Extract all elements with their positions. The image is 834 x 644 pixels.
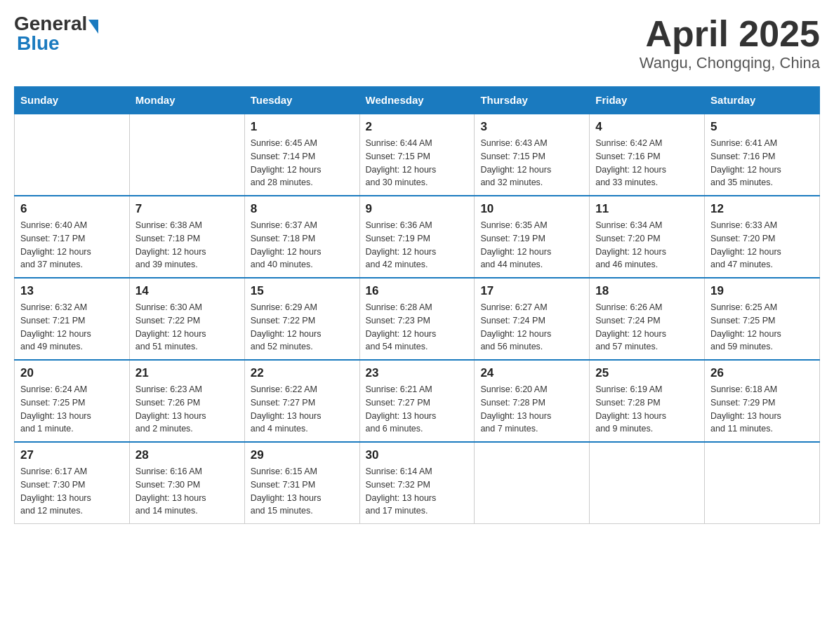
- day-info: Sunrise: 6:34 AMSunset: 7:20 PMDaylight:…: [595, 219, 699, 271]
- calendar-cell: [15, 114, 130, 196]
- day-info: Sunrise: 6:28 AMSunset: 7:23 PMDaylight:…: [366, 301, 469, 354]
- day-info: Sunrise: 6:44 AMSunset: 7:15 PMDaylight:…: [366, 137, 469, 189]
- header-monday: Monday: [129, 87, 244, 114]
- day-info: Sunrise: 6:24 AMSunset: 7:25 PMDaylight:…: [20, 383, 124, 436]
- title-block: April 2025 Wangu, Chongqing, China: [640, 14, 820, 72]
- day-number: 5: [710, 120, 814, 134]
- calendar-cell: [129, 114, 244, 196]
- calendar-cell: 15Sunrise: 6:29 AMSunset: 7:22 PMDayligh…: [244, 278, 359, 360]
- day-info: Sunrise: 6:32 AMSunset: 7:21 PMDaylight:…: [20, 301, 124, 354]
- calendar-cell: [705, 442, 820, 524]
- calendar-cell: 2Sunrise: 6:44 AMSunset: 7:15 PMDaylight…: [359, 114, 475, 196]
- day-number: 12: [710, 202, 814, 216]
- day-info: Sunrise: 6:40 AMSunset: 7:17 PMDaylight:…: [20, 219, 124, 271]
- day-number: 19: [710, 284, 814, 298]
- week-row-5: 27Sunrise: 6:17 AMSunset: 7:30 PMDayligh…: [15, 442, 820, 524]
- day-number: 23: [366, 366, 469, 380]
- day-info: Sunrise: 6:33 AMSunset: 7:20 PMDaylight:…: [710, 219, 814, 271]
- calendar-cell: 30Sunrise: 6:14 AMSunset: 7:32 PMDayligh…: [359, 442, 475, 524]
- header-sunday: Sunday: [15, 87, 130, 114]
- calendar-cell: [590, 442, 705, 524]
- day-number: 28: [135, 448, 239, 462]
- calendar-header: SundayMondayTuesdayWednesdayThursdayFrid…: [15, 87, 820, 114]
- calendar-cell: 6Sunrise: 6:40 AMSunset: 7:17 PMDaylight…: [15, 196, 130, 278]
- day-info: Sunrise: 6:25 AMSunset: 7:25 PMDaylight:…: [710, 301, 814, 354]
- calendar-cell: 25Sunrise: 6:19 AMSunset: 7:28 PMDayligh…: [590, 360, 705, 442]
- calendar-cell: [475, 442, 590, 524]
- day-number: 3: [480, 120, 583, 134]
- day-info: Sunrise: 6:19 AMSunset: 7:28 PMDaylight:…: [595, 383, 699, 436]
- header-tuesday: Tuesday: [244, 87, 359, 114]
- calendar-cell: 11Sunrise: 6:34 AMSunset: 7:20 PMDayligh…: [590, 196, 705, 278]
- day-number: 24: [480, 366, 583, 380]
- week-row-4: 20Sunrise: 6:24 AMSunset: 7:25 PMDayligh…: [15, 360, 820, 442]
- day-info: Sunrise: 6:26 AMSunset: 7:24 PMDaylight:…: [595, 301, 699, 354]
- day-number: 11: [595, 202, 699, 216]
- calendar-cell: 23Sunrise: 6:21 AMSunset: 7:27 PMDayligh…: [359, 360, 475, 442]
- calendar-cell: 16Sunrise: 6:28 AMSunset: 7:23 PMDayligh…: [359, 278, 475, 360]
- day-number: 30: [366, 448, 469, 462]
- calendar-cell: 21Sunrise: 6:23 AMSunset: 7:26 PMDayligh…: [129, 360, 244, 442]
- calendar-cell: 5Sunrise: 6:41 AMSunset: 7:16 PMDaylight…: [705, 114, 820, 196]
- logo-text-blue: Blue: [17, 32, 60, 54]
- day-number: 6: [20, 202, 124, 216]
- logo-text-general: General: [14, 14, 87, 34]
- calendar-cell: 27Sunrise: 6:17 AMSunset: 7:30 PMDayligh…: [15, 442, 130, 524]
- day-number: 18: [595, 284, 699, 298]
- calendar-cell: 28Sunrise: 6:16 AMSunset: 7:30 PMDayligh…: [129, 442, 244, 524]
- calendar-cell: 29Sunrise: 6:15 AMSunset: 7:31 PMDayligh…: [244, 442, 359, 524]
- day-info: Sunrise: 6:20 AMSunset: 7:28 PMDaylight:…: [480, 383, 583, 436]
- day-number: 26: [710, 366, 814, 380]
- day-info: Sunrise: 6:37 AMSunset: 7:18 PMDaylight:…: [251, 219, 354, 271]
- calendar-cell: 14Sunrise: 6:30 AMSunset: 7:22 PMDayligh…: [129, 278, 244, 360]
- day-info: Sunrise: 6:38 AMSunset: 7:18 PMDaylight:…: [135, 219, 239, 271]
- header-friday: Friday: [590, 87, 705, 114]
- day-number: 15: [251, 284, 354, 298]
- day-number: 7: [135, 202, 239, 216]
- header-row: SundayMondayTuesdayWednesdayThursdayFrid…: [15, 87, 820, 114]
- day-number: 16: [366, 284, 469, 298]
- calendar-cell: 12Sunrise: 6:33 AMSunset: 7:20 PMDayligh…: [705, 196, 820, 278]
- day-info: Sunrise: 6:16 AMSunset: 7:30 PMDaylight:…: [135, 465, 239, 518]
- day-info: Sunrise: 6:21 AMSunset: 7:27 PMDaylight:…: [366, 383, 469, 436]
- header-saturday: Saturday: [705, 87, 820, 114]
- calendar-cell: 17Sunrise: 6:27 AMSunset: 7:24 PMDayligh…: [475, 278, 590, 360]
- calendar-cell: 4Sunrise: 6:42 AMSunset: 7:16 PMDaylight…: [590, 114, 705, 196]
- calendar-body: 1Sunrise: 6:45 AMSunset: 7:14 PMDaylight…: [15, 114, 820, 524]
- calendar-cell: 9Sunrise: 6:36 AMSunset: 7:19 PMDaylight…: [359, 196, 475, 278]
- day-number: 27: [20, 448, 124, 462]
- day-number: 22: [251, 366, 354, 380]
- day-number: 13: [20, 284, 124, 298]
- header-thursday: Thursday: [475, 87, 590, 114]
- logo: General Blue: [14, 14, 98, 53]
- calendar-cell: 8Sunrise: 6:37 AMSunset: 7:18 PMDaylight…: [244, 196, 359, 278]
- calendar-cell: 18Sunrise: 6:26 AMSunset: 7:24 PMDayligh…: [590, 278, 705, 360]
- day-info: Sunrise: 6:35 AMSunset: 7:19 PMDaylight:…: [480, 219, 583, 271]
- day-info: Sunrise: 6:18 AMSunset: 7:29 PMDaylight:…: [710, 383, 814, 436]
- calendar-title: April 2025: [640, 14, 820, 54]
- day-number: 4: [595, 120, 699, 134]
- day-number: 25: [595, 366, 699, 380]
- calendar-table: SundayMondayTuesdayWednesdayThursdayFrid…: [14, 86, 820, 524]
- day-info: Sunrise: 6:17 AMSunset: 7:30 PMDaylight:…: [20, 465, 124, 518]
- calendar-cell: 10Sunrise: 6:35 AMSunset: 7:19 PMDayligh…: [475, 196, 590, 278]
- week-row-3: 13Sunrise: 6:32 AMSunset: 7:21 PMDayligh…: [15, 278, 820, 360]
- week-row-2: 6Sunrise: 6:40 AMSunset: 7:17 PMDaylight…: [15, 196, 820, 278]
- logo-triangle-icon: [88, 20, 98, 34]
- day-info: Sunrise: 6:43 AMSunset: 7:15 PMDaylight:…: [480, 137, 583, 189]
- calendar-cell: 7Sunrise: 6:38 AMSunset: 7:18 PMDaylight…: [129, 196, 244, 278]
- calendar-cell: 26Sunrise: 6:18 AMSunset: 7:29 PMDayligh…: [705, 360, 820, 442]
- day-info: Sunrise: 6:36 AMSunset: 7:19 PMDaylight:…: [366, 219, 469, 271]
- calendar-cell: 24Sunrise: 6:20 AMSunset: 7:28 PMDayligh…: [475, 360, 590, 442]
- calendar-subtitle: Wangu, Chongqing, China: [640, 54, 820, 72]
- day-number: 14: [135, 284, 239, 298]
- day-info: Sunrise: 6:22 AMSunset: 7:27 PMDaylight:…: [251, 383, 354, 436]
- day-info: Sunrise: 6:30 AMSunset: 7:22 PMDaylight:…: [135, 301, 239, 354]
- day-number: 20: [20, 366, 124, 380]
- day-number: 17: [480, 284, 583, 298]
- day-info: Sunrise: 6:45 AMSunset: 7:14 PMDaylight:…: [251, 137, 354, 189]
- day-info: Sunrise: 6:14 AMSunset: 7:32 PMDaylight:…: [366, 465, 469, 518]
- day-number: 29: [251, 448, 354, 462]
- week-row-1: 1Sunrise: 6:45 AMSunset: 7:14 PMDaylight…: [15, 114, 820, 196]
- day-info: Sunrise: 6:29 AMSunset: 7:22 PMDaylight:…: [251, 301, 354, 354]
